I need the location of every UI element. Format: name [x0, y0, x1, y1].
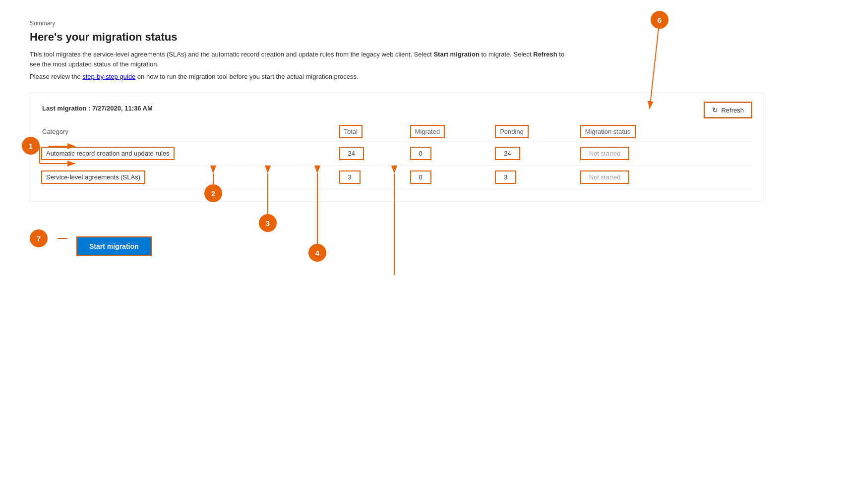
- pending-cell-1: 24: [496, 142, 581, 166]
- column-header-total: Total: [340, 122, 411, 142]
- column-header-status: Migration status: [581, 122, 751, 142]
- column-header-migrated: Migrated: [411, 122, 496, 142]
- migration-panel: Last migration : 7/27/2020, 11:36 AM ↻ R…: [30, 92, 764, 202]
- guide-text: Please review the step-by-step guide on …: [30, 73, 764, 80]
- status-cell-2: Not started: [581, 166, 751, 189]
- annotation-7: 7: [30, 229, 48, 247]
- migration-table: Category Total Migrated Pending Migratio…: [42, 122, 751, 189]
- migrated-cell-1: 0: [411, 142, 496, 166]
- pending-cell-2: 3: [496, 166, 581, 189]
- category-cell-2: Service-level agreements (SLAs): [42, 166, 340, 189]
- breadcrumb: Summary: [30, 20, 764, 27]
- column-header-category: Category: [42, 122, 340, 142]
- table-row: Service-level agreements (SLAs) 3 0 3 No…: [42, 166, 751, 189]
- description-text: This tool migrates the service-level agr…: [30, 50, 575, 69]
- column-header-pending: Pending: [496, 122, 581, 142]
- start-migration-button[interactable]: Start migration: [77, 237, 151, 255]
- total-cell-2: 3: [340, 166, 411, 189]
- total-cell-1: 24: [340, 142, 411, 166]
- category-cell-1: Automatic record creation and update rul…: [42, 142, 340, 166]
- migrated-cell-2: 0: [411, 166, 496, 189]
- refresh-button[interactable]: ↻ Refresh: [705, 103, 751, 117]
- guide-link[interactable]: step-by-step guide: [82, 73, 135, 80]
- last-migration-info: Last migration : 7/27/2020, 11:36 AM: [42, 105, 751, 112]
- refresh-icon: ↻: [712, 106, 718, 114]
- table-row: Automatic record creation and update rul…: [42, 142, 751, 166]
- page-title: Here's your migration status: [30, 31, 764, 44]
- status-cell-1: Not started: [581, 142, 751, 166]
